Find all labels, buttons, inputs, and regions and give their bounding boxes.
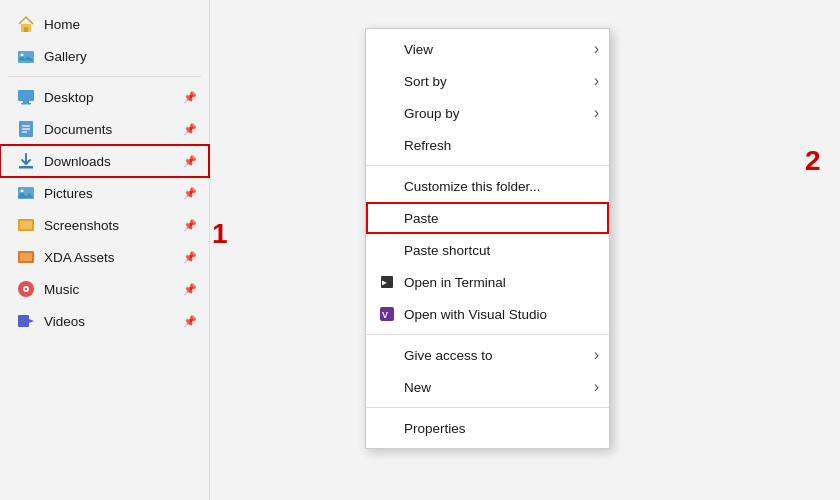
sidebar-item-screenshots[interactable]: Screenshots 📌 bbox=[0, 209, 209, 241]
pin-icon-desktop: 📌 bbox=[183, 91, 197, 104]
menu-item-refresh[interactable]: Refresh bbox=[366, 129, 609, 161]
sidebar-item-screenshots-label: Screenshots bbox=[44, 218, 119, 233]
menu-item-new[interactable]: New bbox=[366, 371, 609, 403]
context-menu: View Sort by Group by Refresh Customize … bbox=[365, 28, 610, 449]
svg-rect-5 bbox=[23, 101, 29, 103]
pictures-icon bbox=[16, 183, 36, 203]
view-icon bbox=[378, 40, 396, 58]
menu-separator-2 bbox=[366, 334, 609, 335]
sidebar-divider bbox=[8, 76, 201, 77]
svg-text:▶: ▶ bbox=[382, 278, 387, 287]
label-one: 1 bbox=[212, 218, 228, 250]
sidebar-item-videos[interactable]: Videos 📌 bbox=[0, 305, 209, 337]
menu-item-open-vs[interactable]: V Open with Visual Studio bbox=[366, 298, 609, 330]
gallery-icon bbox=[16, 46, 36, 66]
svg-rect-21 bbox=[18, 315, 29, 327]
svg-rect-6 bbox=[21, 103, 31, 105]
terminal-icon: ▶ bbox=[378, 273, 396, 291]
pin-icon-xda-assets: 📌 bbox=[183, 251, 197, 264]
svg-rect-11 bbox=[19, 166, 33, 169]
paste-shortcut-icon bbox=[378, 241, 396, 259]
sidebar-item-pictures[interactable]: Pictures 📌 bbox=[0, 177, 209, 209]
menu-item-properties[interactable]: Properties bbox=[366, 412, 609, 444]
properties-icon bbox=[378, 419, 396, 437]
group-icon bbox=[378, 104, 396, 122]
menu-item-paste-shortcut[interactable]: Paste shortcut bbox=[366, 234, 609, 266]
xda-assets-icon bbox=[16, 247, 36, 267]
pin-icon-videos: 📌 bbox=[183, 315, 197, 328]
svg-point-20 bbox=[25, 288, 27, 290]
menu-item-paste[interactable]: Paste bbox=[366, 202, 609, 234]
pin-icon-screenshots: 📌 bbox=[183, 219, 197, 232]
menu-item-new-label: New bbox=[404, 380, 431, 395]
menu-item-give-access[interactable]: Give access to bbox=[366, 339, 609, 371]
menu-item-properties-label: Properties bbox=[404, 421, 466, 436]
menu-item-customize[interactable]: Customize this folder... bbox=[366, 170, 609, 202]
documents-icon bbox=[16, 119, 36, 139]
sidebar-item-downloads-label: Downloads bbox=[44, 154, 111, 169]
menu-item-view-label: View bbox=[404, 42, 433, 57]
pin-icon-documents: 📌 bbox=[183, 123, 197, 136]
sidebar-item-music[interactable]: Music 📌 bbox=[0, 273, 209, 305]
pin-icon-downloads: 📌 bbox=[183, 155, 197, 168]
give-access-icon bbox=[378, 346, 396, 364]
menu-item-group-by-label: Group by bbox=[404, 106, 460, 121]
menu-item-paste-label: Paste bbox=[404, 211, 439, 226]
menu-item-open-terminal[interactable]: ▶ Open in Terminal bbox=[366, 266, 609, 298]
menu-item-sort-by[interactable]: Sort by bbox=[366, 65, 609, 97]
sidebar-item-downloads[interactable]: Downloads 📌 bbox=[0, 145, 209, 177]
svg-text:V: V bbox=[382, 310, 388, 320]
home-icon bbox=[16, 14, 36, 34]
sidebar-item-gallery[interactable]: Gallery bbox=[0, 40, 209, 72]
menu-item-refresh-label: Refresh bbox=[404, 138, 451, 153]
sidebar: Home Gallery Desktop 📌 bbox=[0, 0, 210, 500]
menu-item-give-access-label: Give access to bbox=[404, 348, 493, 363]
sidebar-item-home-label: Home bbox=[44, 17, 80, 32]
main-area: 1 2 View Sort by Group by Refresh Custom… bbox=[210, 0, 840, 500]
downloads-icon bbox=[16, 151, 36, 171]
sidebar-item-xda-assets-label: XDA Assets bbox=[44, 250, 115, 265]
sidebar-item-home[interactable]: Home bbox=[0, 8, 209, 40]
sidebar-item-documents[interactable]: Documents 📌 bbox=[0, 113, 209, 145]
svg-marker-22 bbox=[29, 319, 34, 323]
menu-item-open-terminal-label: Open in Terminal bbox=[404, 275, 506, 290]
menu-item-customize-label: Customize this folder... bbox=[404, 179, 541, 194]
menu-separator-1 bbox=[366, 165, 609, 166]
label-two: 2 bbox=[805, 145, 821, 177]
menu-item-view[interactable]: View bbox=[366, 33, 609, 65]
sidebar-item-desktop[interactable]: Desktop 📌 bbox=[0, 81, 209, 113]
customize-icon bbox=[378, 177, 396, 195]
sidebar-item-xda-assets[interactable]: XDA Assets 📌 bbox=[0, 241, 209, 273]
svg-rect-17 bbox=[20, 253, 32, 261]
sort-icon bbox=[378, 72, 396, 90]
paste-icon bbox=[378, 209, 396, 227]
menu-item-group-by[interactable]: Group by bbox=[366, 97, 609, 129]
menu-item-sort-by-label: Sort by bbox=[404, 74, 447, 89]
svg-rect-4 bbox=[18, 90, 34, 101]
videos-icon bbox=[16, 311, 36, 331]
refresh-icon bbox=[378, 136, 396, 154]
sidebar-item-videos-label: Videos bbox=[44, 314, 85, 329]
menu-item-open-vs-label: Open with Visual Studio bbox=[404, 307, 547, 322]
pin-icon-music: 📌 bbox=[183, 283, 197, 296]
screenshots-icon bbox=[16, 215, 36, 235]
sidebar-item-documents-label: Documents bbox=[44, 122, 112, 137]
menu-item-paste-shortcut-label: Paste shortcut bbox=[404, 243, 490, 258]
vs-icon: V bbox=[378, 305, 396, 323]
svg-rect-15 bbox=[20, 221, 32, 229]
svg-rect-1 bbox=[24, 27, 28, 32]
desktop-icon bbox=[16, 87, 36, 107]
menu-separator-3 bbox=[366, 407, 609, 408]
sidebar-item-gallery-label: Gallery bbox=[44, 49, 87, 64]
svg-rect-2 bbox=[18, 51, 34, 63]
music-icon bbox=[16, 279, 36, 299]
sidebar-item-desktop-label: Desktop bbox=[44, 90, 94, 105]
pin-icon-pictures: 📌 bbox=[183, 187, 197, 200]
sidebar-item-music-label: Music bbox=[44, 282, 79, 297]
sidebar-item-pictures-label: Pictures bbox=[44, 186, 93, 201]
new-icon bbox=[378, 378, 396, 396]
